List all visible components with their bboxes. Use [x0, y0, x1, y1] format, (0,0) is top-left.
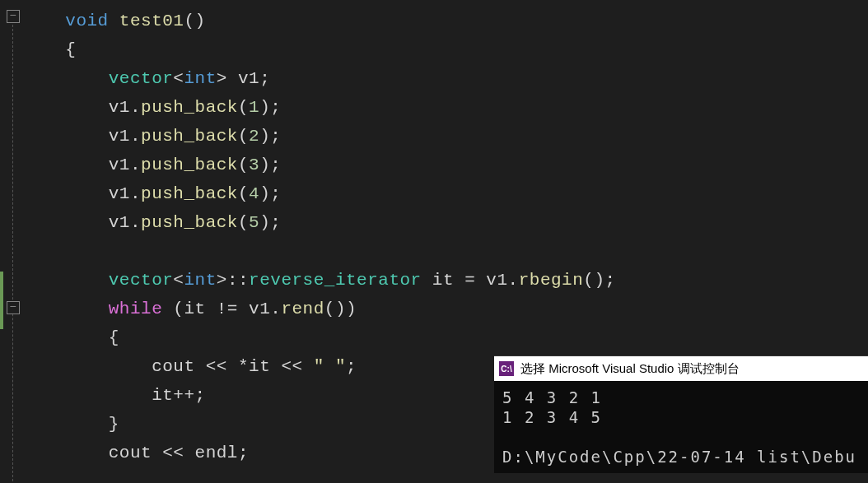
code-line[interactable]: vector<int> v1; — [33, 64, 868, 93]
code-line[interactable]: void test01() — [33, 7, 868, 35]
editor-gutter: − − — [0, 7, 33, 483]
output-line: 5 4 3 2 1 — [502, 388, 602, 406]
collapse-icon[interactable]: − — [7, 10, 20, 23]
output-line: 1 2 3 4 5 — [502, 408, 602, 426]
collapse-icon[interactable]: − — [7, 301, 20, 314]
type: vector — [109, 69, 174, 88]
code-line[interactable]: v1.push_back(4); — [33, 179, 868, 208]
code-line[interactable]: v1.push_back(3); — [33, 151, 868, 179]
code-line[interactable]: v1.push_back(5); — [33, 208, 868, 237]
debug-console-window[interactable]: C:\ 选择 Microsoft Visual Studio 调试控制台 5 4… — [494, 355, 868, 473]
console-title-text: 选择 Microsoft Visual Studio 调试控制台 — [520, 361, 740, 377]
output-line: D:\MyCode\Cpp\22-07-14 list\Debu — [502, 448, 856, 466]
brace: { — [65, 40, 76, 59]
console-titlebar[interactable]: C:\ 选择 Microsoft Visual Studio 调试控制台 — [494, 356, 868, 381]
keyword: void — [65, 12, 108, 30]
parens: () — [184, 12, 205, 30]
brace: } — [109, 415, 119, 434]
console-icon: C:\ — [499, 361, 514, 376]
brace: { — [109, 328, 119, 347]
code-line[interactable]: while (it != v1.rend()) — [33, 295, 868, 323]
function-name: test01 — [119, 12, 184, 30]
code-line[interactable]: v1.push_back(1); — [33, 93, 868, 122]
code-line[interactable]: { — [33, 323, 868, 352]
code-line[interactable]: v1.push_back(2); — [33, 122, 868, 151]
console-output[interactable]: 5 4 3 2 1 1 2 3 4 5 D:\MyCode\Cpp\22-07-… — [494, 381, 868, 473]
code-line[interactable] — [33, 237, 868, 266]
code-line[interactable]: { — [33, 35, 868, 64]
code-line[interactable]: vector<int>::reverse_iterator it = v1.rb… — [33, 266, 868, 295]
fold-guide-line — [12, 25, 14, 483]
